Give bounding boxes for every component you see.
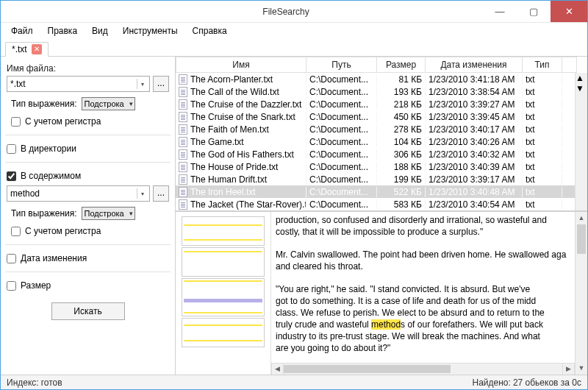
grid-scrollbar[interactable]: ▲ ▼ (575, 73, 587, 210)
filename-input[interactable]: *.txt▾ (7, 76, 150, 92)
status-found-value: 27 обьеков за 0с (513, 377, 581, 388)
search-panel: Имя файла: *.txt▾ ... Тип выражения: Под… (1, 57, 176, 375)
col-path[interactable]: Путь (306, 57, 377, 73)
in-content-checkbox[interactable]: В содержимом (7, 171, 169, 181)
file-icon (179, 87, 187, 97)
table-row[interactable]: The Iron Heel.txtC:\Document...522 КБ1/2… (176, 185, 575, 198)
col-date[interactable]: Дата изменения (426, 57, 523, 73)
menu-help[interactable]: Справка (187, 24, 233, 38)
table-row[interactable]: The Call of the Wild.txtC:\Document...19… (176, 85, 575, 98)
highlight-match: method (371, 319, 401, 330)
table-row[interactable]: The House of Pride.txtC:\Document...188 … (176, 160, 575, 173)
col-type[interactable]: Тип (523, 57, 562, 73)
chevron-down-icon[interactable]: ▾ (137, 188, 147, 199)
status-index-label: Индекс: (7, 377, 39, 388)
table-row[interactable]: The Cruise of the Snark.txtC:\Document..… (176, 110, 575, 123)
file-icon (179, 174, 187, 185)
tab-close-icon[interactable]: ✕ (32, 44, 42, 54)
scroll-right-icon[interactable]: ▶ (562, 364, 575, 375)
tab-txt[interactable]: *.txt ✕ (5, 42, 49, 57)
close-button[interactable]: ✕ (551, 1, 587, 22)
window-controls: — ▢ ✕ (483, 1, 587, 22)
table-row[interactable]: The Faith of Men.txtC:\Document...278 КБ… (176, 123, 575, 135)
scroll-down-icon[interactable]: ▼ (576, 83, 587, 93)
content-browse-button[interactable]: ... (153, 185, 169, 202)
menu-edit[interactable]: Правка (42, 24, 84, 38)
tab-label: *.txt (12, 44, 27, 54)
table-row[interactable]: The Game.txtC:\Document...104 КБ1/23/201… (176, 135, 575, 148)
scroll-thumb[interactable] (284, 365, 451, 373)
scroll-left-icon[interactable]: ◀ (271, 364, 284, 375)
chevron-down-icon[interactable]: ▾ (137, 79, 147, 89)
file-icon (179, 99, 187, 110)
search-button[interactable]: Искать (51, 302, 125, 320)
grid-header: Имя Путь Размер Дата изменения Тип (176, 57, 587, 73)
file-icon (179, 112, 187, 122)
menu-file[interactable]: Файл (5, 24, 39, 38)
file-icon (179, 74, 187, 85)
filename-label: Имя файла: (7, 63, 169, 74)
file-icon (179, 137, 187, 147)
table-row[interactable]: The Acorn-Planter.txtC:\Document...81 КБ… (176, 73, 575, 85)
table-row[interactable]: The Cruise of the Dazzler.txtC:\Document… (176, 98, 575, 110)
expr-type-label-2: Тип выражения: (11, 208, 77, 219)
status-index-value: готов (41, 377, 62, 388)
col-size[interactable]: Размер (377, 57, 426, 73)
col-name[interactable]: Имя (176, 57, 306, 73)
file-icon (179, 149, 187, 160)
expr-type-select[interactable]: Подстрока (82, 97, 135, 110)
scroll-up-icon[interactable]: ▲ (576, 73, 587, 83)
statusbar: Индекс: готов Найдено: 27 обьеков за 0с (1, 375, 587, 389)
preview-text[interactable]: production, so confused and disorderly a… (271, 212, 575, 375)
menubar: Файл Правка Вид Инструменты Справка (1, 23, 587, 39)
file-icon (179, 199, 187, 210)
file-icon (179, 187, 187, 197)
size-checkbox[interactable]: Размер (7, 280, 169, 291)
file-icon (179, 124, 187, 135)
expr-type-select-2[interactable]: Подстрока (82, 207, 135, 220)
results-area: Имя Путь Размер Дата изменения Тип The A… (176, 57, 587, 375)
tabstrip: *.txt ✕ (1, 39, 587, 57)
filename-browse-button[interactable]: ... (153, 76, 169, 92)
status-found-label: Найдено: (472, 377, 510, 388)
preview-pane: production, so confused and disorderly a… (176, 211, 587, 375)
expr-type-label: Тип выражения: (11, 99, 77, 109)
col-pad (562, 57, 577, 73)
scroll-thumb[interactable] (577, 224, 586, 254)
maximize-button[interactable]: ▢ (517, 1, 551, 22)
date-checkbox[interactable]: Дата изменения (7, 253, 169, 263)
minimize-button[interactable]: — (483, 1, 517, 22)
preview-vscroll[interactable]: ▲ ▼ (575, 212, 587, 375)
preview-hscroll[interactable]: ◀▶ (271, 363, 575, 375)
case-checkbox[interactable]: С учетом регистра (11, 116, 169, 127)
table-row[interactable]: The Human Drift.txtC:\Document...199 КБ1… (176, 173, 575, 185)
file-icon (179, 162, 187, 172)
case-checkbox-2[interactable]: С учетом регистра (11, 226, 169, 236)
in-dir-checkbox[interactable]: В директории (7, 143, 169, 154)
menu-tools[interactable]: Инструменты (117, 24, 184, 38)
titlebar: FileSearchy — ▢ ✕ (1, 1, 587, 23)
table-row[interactable]: The Jacket (The Star-Rover).txtC:\Docume… (176, 198, 575, 210)
content-input[interactable]: method▾ (7, 185, 150, 202)
results-grid: Имя Путь Размер Дата изменения Тип The A… (176, 57, 587, 211)
scroll-up-icon[interactable]: ▲ (576, 212, 587, 224)
menu-view[interactable]: Вид (86, 24, 114, 38)
scroll-down-icon[interactable]: ▼ (576, 362, 587, 375)
window-title: FileSearchy (89, 7, 483, 17)
table-row[interactable]: The God of His Fathers.txtC:\Document...… (176, 148, 575, 160)
minimap[interactable] (176, 212, 271, 375)
